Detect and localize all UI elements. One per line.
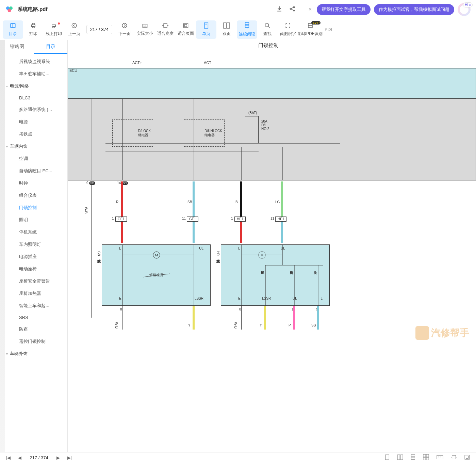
ai-suggestion-2[interactable]: 作为模拟面试官，帮我模拟面试问题 [374,4,454,15]
tree-item[interactable]: 门锁控制 [0,202,67,214]
tree-item-label: 电源插座 [19,254,37,260]
prev-page-button[interactable]: ◀ [15,454,24,461]
svg-rect-72 [397,455,400,460]
tree-item[interactable]: 座椅安全带警告 [0,275,67,287]
tree-item[interactable]: 电源插座 [0,251,67,263]
search-icon [264,22,270,30]
circuit-diagram: 门锁控制 ACT+ ACT- ECU D/LOCK 继电器 D/UNLOCK 继… [68,40,476,347]
next-page-button[interactable]: ▶ [54,454,63,461]
tool-label: 连续阅读 [239,31,255,37]
tool-single-page[interactable]: 单页 [196,20,216,39]
svg-point-14 [122,23,127,28]
connector-label: 3C [122,181,128,185]
tool-actual-size[interactable]: 1:1 实际大小 [135,20,155,39]
tree-item-label: 电源/网络 [10,83,29,89]
tree-item[interactable]: 时钟 [0,177,67,189]
view-single-icon[interactable] [382,453,392,462]
tree-item[interactable]: 搭铁点 [0,128,67,140]
tree-item[interactable]: ▾车辆外饰 [0,348,67,360]
tree-item[interactable]: 多路通信系统 (... [0,103,67,116]
fit-width-bottom-icon[interactable] [448,453,460,462]
tree-item[interactable]: 防盗 [0,323,67,335]
tree-item[interactable]: 丰田驻车辅助... [0,68,67,80]
app-logo-icon [5,5,14,14]
tree-item-label: 门锁控制 [19,205,37,211]
chevron-right-icon [121,22,128,30]
tool-scan-pdf[interactable]: SVIP 影印PDF识别 [298,20,323,39]
connector-label: 3C [89,181,95,185]
svg-point-2 [8,9,11,12]
tool-double-page[interactable]: 双页 [216,20,237,39]
tree-item[interactable]: 电源 [0,116,67,128]
tree-item-label: 车辆外饰 [10,351,28,357]
tree-item[interactable]: 电动座椅 [0,263,67,275]
svg-rect-17 [164,23,167,28]
left-scroll-strip[interactable] [0,40,5,452]
tree-item[interactable]: ▾电源/网络 [0,80,67,92]
view-grid-icon[interactable] [420,453,432,463]
tool-cloud-print[interactable]: 线上打印 [44,20,64,39]
tree-item-label: 遥控门锁控制 [19,338,46,345]
svg-rect-18 [183,23,188,28]
ai-close-button[interactable]: ✕ [307,6,313,13]
share-icon[interactable] [289,5,296,13]
tab-toc[interactable]: 目录 [34,40,67,54]
tree-item[interactable]: SRS [0,312,67,323]
tree-item[interactable]: 空调 [0,153,67,165]
tree-item-label: 智能上车和起... [19,303,49,309]
pin-label: 7 [264,307,266,311]
main-area: 缩略图 目录 后视镜监视系统丰田驻车辅助...▾电源/网络DLC3多路通信系统 … [0,40,476,452]
tool-fit-page[interactable]: 适合页面 [176,20,196,39]
act-plus-label: ACT+ [132,61,142,65]
double-page-icon [223,22,230,30]
wire-label: LG [275,200,280,204]
tree-item[interactable]: 组合仪表 [0,189,67,202]
tool-toc[interactable]: 目录 [3,20,23,39]
caret-down-icon: ▾ [6,145,8,148]
view-continuous-icon[interactable] [408,453,418,463]
tool-search[interactable]: 查找 [257,20,278,39]
tool-fit-width[interactable]: 适合宽度 [155,20,176,39]
svg-rect-74 [411,454,415,457]
zoom-ratio-icon[interactable]: 1:1 [434,453,446,462]
ai-suggestion-1[interactable]: 帮我打开文字提取工具 [317,4,371,15]
toc-tree[interactable]: 后视镜监视系统丰田驻车辅助...▾电源/网络DLC3多路通信系统 (...电源搭… [0,54,67,452]
page-input[interactable] [86,25,112,34]
tool-print[interactable]: 打印 [23,20,44,39]
tree-item-label: 后视镜监视系统 [19,59,50,65]
tree-item[interactable]: 座椅加热器 [0,287,67,300]
first-page-button[interactable]: |◀ [3,454,13,461]
ocr-icon [285,22,291,30]
fit-page-bottom-icon[interactable] [462,453,473,462]
tree-item[interactable]: 后视镜监视系统 [0,55,67,68]
view-double-icon[interactable] [394,453,406,462]
connector-ge1: GE1 [115,217,127,222]
tree-item[interactable]: 遥控门锁控制 [0,335,67,348]
tree-item[interactable]: 车内照明灯 [0,238,67,251]
ai-avatar-icon[interactable]: Hi » [458,3,471,16]
cloud-print-icon [50,22,57,30]
tree-item[interactable]: 停机系统 [0,226,67,238]
svg-rect-23 [224,22,226,28]
download-icon[interactable] [276,5,283,13]
pdf-viewer[interactable]: 门锁控制 ACT+ ACT- ECU D/LOCK 继电器 D/UNLOCK 继… [68,40,476,452]
tab-thumbnails[interactable]: 缩略图 [0,40,34,54]
tool-label: 截图识字 [280,31,296,37]
tree-item-label: 座椅加热器 [19,290,41,297]
tree-item[interactable]: ▾车辆内饰 [0,140,67,153]
tree-item-label: SRS [19,315,28,320]
tree-item[interactable]: 自动防眩目 EC... [0,165,67,177]
tree-item-label: 空调 [19,156,28,162]
tool-continuous[interactable]: 连续阅读 [237,20,257,39]
tool-prev-page[interactable]: 上一页 [64,20,84,39]
tree-item[interactable]: 照明 [0,214,67,226]
pin-label: 14 [117,181,121,185]
tree-item[interactable]: DLC3 [0,92,67,103]
tree-item-label: 车内照明灯 [19,241,41,248]
tool-next-page[interactable]: 下一页 [114,20,135,39]
pin-label: 8 [120,307,122,311]
last-page-button[interactable]: ▶| [65,454,75,461]
tool-ocr[interactable]: 截图识字 [278,20,298,39]
tree-item[interactable]: 智能上车和起... [0,300,67,312]
svg-rect-77 [426,454,429,457]
